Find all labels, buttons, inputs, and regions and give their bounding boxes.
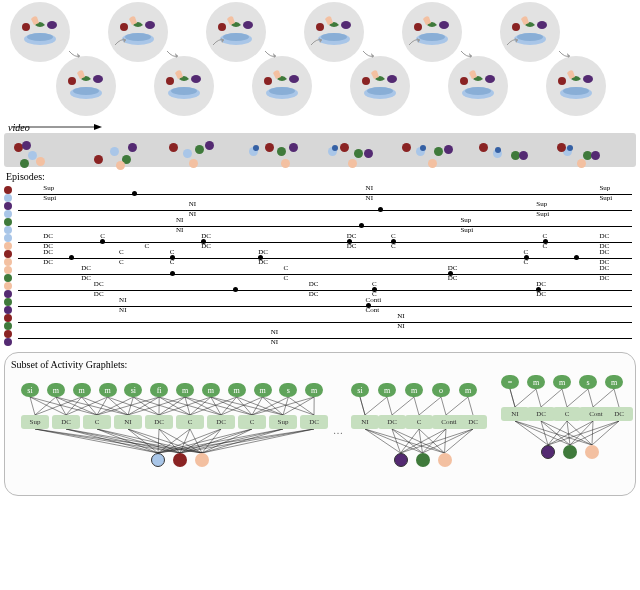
scene [108, 2, 168, 62]
svg-line-171 [567, 389, 588, 407]
svg-line-97 [237, 397, 252, 415]
episode-label-bottom: C [283, 275, 288, 282]
video-object-dot [189, 159, 198, 168]
svg-marker-51 [221, 38, 224, 43]
episode-label-top: DC [43, 233, 53, 240]
graph-temporal-node: m [99, 383, 117, 397]
episode-label-top: Sup [460, 217, 471, 224]
graph-temporal-node: si [124, 383, 142, 397]
activity-graphlet: simmmsifimmmmsmSupDCCNIDCCDCCSupDC [21, 383, 331, 483]
graph-entity-dot [563, 445, 577, 459]
svg-marker-57 [515, 38, 518, 43]
episode-line [18, 274, 632, 275]
episode-pair-icon [4, 202, 14, 218]
svg-line-142 [365, 397, 387, 415]
episode-label-top: DC [309, 281, 319, 288]
episode-label-top: C [100, 233, 105, 240]
graph-entity-dot [394, 453, 408, 467]
video-object-dot [36, 157, 45, 166]
svg-line-155 [401, 429, 420, 453]
episode-label-top: C [391, 233, 396, 240]
svg-line-183 [548, 421, 593, 445]
svg-line-140 [360, 397, 365, 415]
video-object-dot [128, 143, 137, 152]
svg-line-178 [541, 421, 570, 445]
scene [10, 2, 70, 62]
svg-line-84 [159, 397, 221, 415]
episode-label-bottom: Supi [43, 195, 56, 202]
episode-label-top: DC [599, 233, 609, 240]
episode-row: NINI [4, 330, 636, 346]
episodes-label: Episodes: [6, 171, 636, 182]
episode-label-bottom: C [391, 243, 396, 250]
graph-entity-dot [416, 453, 430, 467]
episode-row: NINISupSupi [4, 202, 636, 218]
episode-label-top: C [524, 249, 529, 256]
scene [448, 56, 508, 116]
svg-point-31 [387, 75, 397, 83]
svg-line-114 [66, 429, 202, 453]
graph-spatial-node: NI [501, 407, 529, 421]
svg-line-164 [510, 389, 515, 407]
svg-line-180 [548, 421, 567, 445]
svg-line-170 [588, 389, 593, 407]
scene-arrow [506, 38, 520, 46]
svg-line-121 [158, 429, 159, 453]
svg-line-186 [548, 421, 619, 445]
svg-line-163 [445, 429, 474, 453]
episode-label-bottom: C [144, 243, 149, 250]
graph-temporal-node: m [527, 375, 545, 389]
svg-line-62 [30, 397, 66, 415]
video-object-dot [402, 143, 411, 152]
scene-arrow [408, 38, 422, 46]
svg-line-113 [66, 429, 180, 453]
svg-line-99 [221, 397, 263, 415]
svg-marker-55 [417, 38, 420, 43]
svg-line-177 [541, 421, 548, 445]
graphlets-label: Subset of Activity Graphlets: [11, 359, 629, 370]
svg-point-11 [145, 21, 155, 29]
svg-point-10 [120, 23, 128, 31]
episode-label-bottom: NI [176, 227, 183, 234]
svg-point-22 [264, 77, 272, 85]
svg-line-150 [365, 429, 423, 453]
video-object-dot [567, 145, 573, 151]
svg-line-104 [283, 397, 288, 415]
svg-point-45 [563, 87, 589, 95]
episode-label-top: Sup [536, 201, 547, 208]
episode-row: NINIContiCont [4, 298, 636, 314]
episode-label-bottom: Cont [366, 307, 380, 314]
svg-point-41 [517, 33, 543, 41]
video-label: video [8, 122, 640, 133]
episode-label-bottom: NI [189, 211, 196, 218]
graph-spatial-node: C [553, 407, 581, 421]
svg-line-161 [401, 429, 474, 453]
activity-graphlet: =mmsmNIDCCContDC [501, 375, 631, 475]
svg-line-151 [365, 429, 445, 453]
svg-line-188 [592, 421, 619, 445]
svg-point-33 [419, 33, 445, 41]
svg-point-13 [171, 87, 197, 95]
svg-line-107 [283, 397, 314, 415]
episode-event-dot [359, 223, 364, 228]
svg-line-65 [56, 397, 66, 415]
svg-line-143 [414, 397, 419, 415]
video-object-dot [557, 143, 566, 152]
scene [546, 56, 606, 116]
episode-label-bottom: DC [94, 291, 104, 298]
video-object-dot [591, 151, 600, 160]
video-object-dot [577, 159, 586, 168]
episode-label-top: C [283, 265, 288, 272]
graph-temporal-node: s [579, 375, 597, 389]
graph-entity-dot [151, 453, 165, 467]
graph-spatial-node: DC [300, 415, 328, 429]
graph-spatial-node: Sup [269, 415, 297, 429]
video-object-dot [428, 159, 437, 168]
scene-arrow [212, 38, 226, 46]
episode-label-bottom: Supi [536, 211, 549, 218]
graph-temporal-node: m [305, 383, 323, 397]
episode-label-bottom: NI [119, 307, 126, 314]
video-strip [4, 133, 636, 167]
video-object-dot [205, 141, 214, 150]
svg-point-2 [22, 23, 30, 31]
